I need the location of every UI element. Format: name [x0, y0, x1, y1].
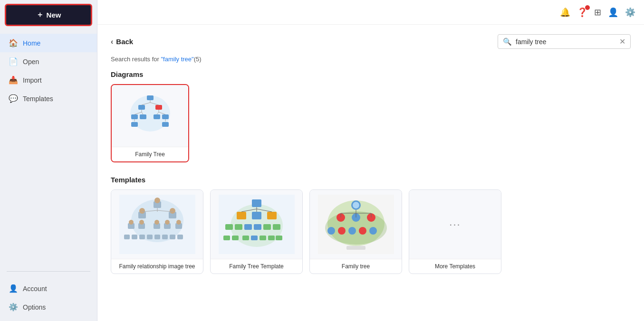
sidebar-item-templates-label: Templates — [23, 95, 53, 103]
sidebar-item-open[interactable]: 📄 Open — [0, 52, 97, 71]
svg-rect-67 — [268, 236, 275, 240]
diagrams-row: Family Tree — [111, 84, 631, 162]
svg-rect-43 — [154, 235, 160, 239]
topbar: 🔔 ❓ ⊞ 👤 ⚙️ — [97, 0, 644, 25]
svg-point-85 — [369, 227, 377, 235]
plus-icon: ＋ — [36, 10, 44, 20]
new-button[interactable]: ＋ New — [5, 4, 92, 26]
svg-rect-7 — [131, 114, 138, 119]
home-icon: 🏠 — [9, 38, 18, 47]
sidebar-item-options[interactable]: ⚙️ Options — [0, 298, 97, 316]
back-button[interactable]: ‹ Back — [111, 38, 133, 46]
family-tree-diagram-svg — [126, 90, 174, 142]
family-tree-2-svg — [318, 195, 394, 254]
diagram-card-family-tree-label: Family Tree — [112, 147, 188, 161]
sidebar: ＋ New 🏠 Home 📄 Open 📥 Import 💬 Templates… — [0, 0, 97, 321]
svg-rect-20 — [162, 122, 169, 127]
content-area: ‹ Back 🔍 ✕ Search results for "family tr… — [97, 25, 644, 321]
template-card-family-tree-template[interactable]: Family Tree Template — [210, 189, 303, 274]
search-result-text: Search results for "family tree"(5) — [111, 56, 631, 63]
sidebar-item-import[interactable]: 📥 Import — [0, 71, 97, 89]
apps-icon[interactable]: ⊞ — [594, 7, 601, 18]
svg-rect-13 — [162, 114, 169, 119]
svg-point-26 — [139, 208, 145, 214]
template-card-family-relationship[interactable]: Family relationship image tree — [111, 189, 203, 274]
sidebar-nav: 🏠 Home 📄 Open 📥 Import 💬 Templates — [0, 30, 97, 267]
template-label-more-templates: More Templates — [409, 259, 501, 274]
svg-point-38 — [176, 220, 181, 225]
svg-rect-65 — [251, 236, 258, 240]
svg-rect-18 — [131, 122, 138, 127]
svg-rect-52 — [252, 199, 261, 207]
diagrams-section-title: Diagrams — [111, 70, 631, 78]
svg-rect-56 — [225, 224, 233, 230]
svg-rect-3 — [155, 105, 162, 110]
svg-rect-12 — [154, 114, 160, 119]
family-relationship-svg — [119, 195, 195, 254]
sidebar-item-options-label: Options — [23, 303, 46, 311]
import-icon: 📥 — [9, 76, 18, 85]
svg-rect-44 — [162, 235, 168, 239]
svg-point-82 — [338, 227, 346, 235]
search-box: 🔍 ✕ — [498, 34, 631, 49]
svg-point-30 — [129, 220, 134, 225]
svg-rect-53 — [237, 212, 246, 219]
sidebar-item-home[interactable]: 🏠 Home — [0, 34, 97, 52]
svg-rect-8 — [140, 114, 146, 119]
templates-row: Family relationship image tree — [111, 189, 631, 274]
svg-rect-59 — [254, 224, 261, 230]
svg-rect-45 — [170, 235, 175, 239]
new-label: New — [47, 11, 61, 19]
template-label-family-relationship: Family relationship image tree — [111, 259, 203, 274]
templates-icon: 💬 — [9, 94, 18, 103]
notification-icon[interactable]: 🔔 — [560, 7, 570, 18]
family-tree-template-svg — [219, 195, 295, 254]
help-icon[interactable]: ❓ — [577, 7, 587, 18]
search-highlight: "family tree" — [161, 56, 194, 63]
sidebar-item-templates[interactable]: 💬 Templates — [0, 89, 97, 108]
sidebar-divider — [7, 271, 90, 272]
svg-rect-2 — [138, 105, 145, 110]
svg-point-84 — [359, 227, 366, 235]
notification-badge — [585, 5, 590, 10]
svg-rect-60 — [263, 224, 271, 230]
svg-rect-62 — [223, 236, 230, 240]
template-label-family-tree-template: Family Tree Template — [211, 259, 302, 274]
svg-rect-1 — [147, 95, 154, 100]
svg-rect-46 — [177, 235, 183, 239]
svg-point-81 — [327, 227, 335, 235]
more-templates-dots: ··· — [449, 218, 461, 231]
svg-rect-64 — [242, 236, 249, 240]
account-icon: 👤 — [9, 284, 18, 293]
settings-icon[interactable]: ⚙️ — [625, 7, 635, 18]
chevron-left-icon: ‹ — [111, 38, 113, 46]
sidebar-item-account[interactable]: 👤 Account — [0, 279, 97, 298]
search-clear-button[interactable]: ✕ — [619, 37, 625, 46]
template-preview-family-relationship — [111, 190, 203, 259]
sidebar-bottom: 👤 Account ⚙️ Options — [0, 275, 97, 321]
svg-point-36 — [165, 220, 170, 225]
sidebar-item-account-label: Account — [23, 285, 47, 293]
back-label: Back — [116, 38, 133, 46]
svg-rect-57 — [235, 224, 242, 230]
template-preview-family-tree-2 — [310, 190, 402, 259]
template-card-more-templates[interactable]: ··· More Templates — [409, 189, 501, 274]
sidebar-item-import-label: Import — [23, 76, 42, 84]
svg-rect-40 — [132, 235, 137, 239]
svg-rect-63 — [232, 236, 239, 240]
options-icon: ⚙️ — [9, 302, 18, 312]
svg-point-34 — [154, 220, 159, 225]
template-preview-more-templates: ··· — [409, 190, 501, 259]
diagram-card-family-tree[interactable]: Family Tree — [111, 84, 189, 162]
svg-rect-66 — [260, 236, 266, 240]
user-icon[interactable]: 👤 — [608, 7, 618, 18]
svg-point-32 — [139, 220, 144, 225]
search-input[interactable] — [516, 38, 615, 46]
template-preview-family-tree-template — [211, 190, 302, 259]
svg-rect-39 — [124, 235, 130, 239]
svg-rect-61 — [273, 224, 280, 230]
svg-rect-42 — [147, 235, 153, 239]
template-label-family-tree-2: Family tree — [310, 259, 402, 274]
svg-point-77 — [353, 202, 359, 208]
template-card-family-tree-2[interactable]: Family tree — [309, 189, 402, 274]
